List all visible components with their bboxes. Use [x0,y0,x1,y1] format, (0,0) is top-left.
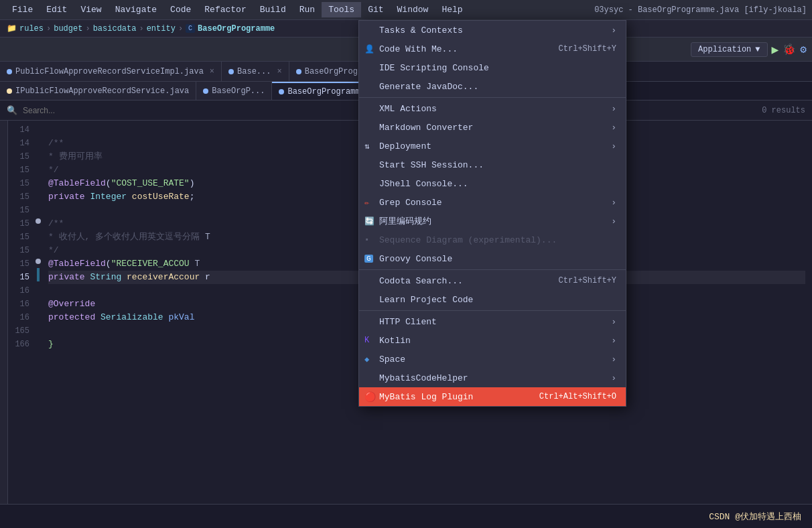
tab-base[interactable]: Base... × [222,62,289,81]
submenu-arrow-6: › [611,141,616,151]
mybatis-log-plugin-label: MyBatis Log Plugin [379,392,473,402]
menu-jshell-console[interactable]: JShell Console... [359,174,626,193]
menu-refactor[interactable]: Refactor [198,2,253,17]
csdn-watermark: CSDN @伏加特遇上西柚 [709,511,801,523]
menu-build[interactable]: Build [253,2,293,17]
menu-code[interactable]: Code [163,2,198,17]
line-num-9: 15 [8,230,29,244]
menu-code-with-me[interactable]: 👤 Code With Me... Ctrl+Shift+Y [359,40,626,58]
menu-mybatis-log-plugin[interactable]: 🔴 MyBatis Log Plugin Ctrl+Alt+Shift+O [359,387,626,406]
menu-ide-scripting[interactable]: IDE Scripting Console [359,58,626,77]
menu-bar: File Edit View Navigate Code Refactor Bu… [0,0,812,20]
ali-coding-label: 阿里编码规约 [379,215,431,227]
tab-dot-1 [7,69,12,74]
line-num-14: 16 [8,298,29,311]
menu-start-ssh[interactable]: Start SSH Session... [359,155,626,174]
menu-groovy-console[interactable]: G Groovy Console [359,249,626,268]
gutter-dot-1 [36,218,41,224]
tab-public-flow[interactable]: PublicFlowApproveRecordServiceImpl.java … [0,62,222,81]
menu-grep-console[interactable]: ✏ Grep Console › [359,193,626,212]
bc-class-icon: C [186,24,195,33]
menu-sequence-diagram: ▪ Sequence Diagram (experimental)... [359,230,626,249]
settings-button[interactable]: ⚙ [800,43,807,56]
mybatis-log-icon: 🔴 [364,391,376,403]
side-panel [0,121,8,504]
xml-actions-label: XML Actions [379,104,437,114]
menu-run[interactable]: Run [293,2,322,17]
line-num-10: 15 [8,244,29,257]
menu-mybatis-helper[interactable]: MybatisCodeHelper › [359,369,626,387]
submenu-arrow-9: › [611,198,616,208]
menu-learn-project[interactable]: Learn Project Code [359,290,626,309]
line-num-12: 15 [8,271,29,284]
tab2-dot-3 [279,89,284,94]
line-num-8: 15 [8,217,29,230]
submenu-arrow-5: › [611,123,616,133]
menu-space[interactable]: ◆ Space › [359,350,626,369]
groovy-icon: G [364,255,373,263]
tools-menu: Tasks & Contexts › 👤 Code With Me... Ctr… [358,20,626,407]
menu-navigate[interactable]: Navigate [109,2,163,17]
menu-generate-javadoc[interactable]: Generate JavaDoc... [359,77,626,96]
tab-dot-3 [296,69,301,74]
codota-search-shortcut: Ctrl+Shift+Y [559,276,616,285]
menu-ali-coding[interactable]: 🔄 阿里编码规约 › [359,212,626,230]
separator-3 [359,310,626,311]
debug-button[interactable]: 🐞 [783,43,796,56]
deployment-icon: ⇅ [364,141,369,151]
search-input[interactable] [23,106,157,115]
gutter [35,121,42,504]
menu-codota-search[interactable]: Codota Search... Ctrl+Shift+Y [359,271,626,290]
jshell-console-label: JShell Console... [379,179,468,189]
window-title: 03ysyc - BaseOrgProgramme.java [ifly-jko… [594,5,807,15]
menu-kotlin[interactable]: K Kotlin › [359,331,626,350]
menu-tools[interactable]: Tools [322,2,361,17]
tab2-dot-2 [203,88,208,94]
bc-rules[interactable]: rules [19,24,44,34]
tab2-iflow[interactable]: IPublicFlowApproveRecordService.java [0,82,196,100]
tab2-orgprogramme[interactable]: BaseOrgProgramme [272,82,372,100]
menu-deployment[interactable]: ⇅ Deployment › [359,137,626,155]
tab2-orgp[interactable]: BaseOrgP... [196,82,272,100]
bc-budget[interactable]: budget [54,24,82,34]
generate-javadoc-label: Generate JavaDoc... [379,82,478,92]
code-with-me-shortcut: Ctrl+Shift+Y [559,44,616,54]
tab-close-1[interactable]: × [210,67,214,76]
menu-xml-actions[interactable]: XML Actions › [359,99,626,118]
groovy-console-label: Groovy Console [379,254,452,264]
bc-icon: 📁 [7,23,17,34]
bc-basicdata[interactable]: basicdata [93,24,137,34]
search-results: 0 results [762,106,805,115]
tab2-dot-1 [7,88,12,94]
submenu-arrow-0: › [611,25,616,36]
kotlin-label: Kotlin [379,336,411,346]
ali-coding-icon: 🔄 [364,216,375,226]
tab-dot-2 [228,69,234,74]
grep-console-label: Grep Console [379,198,442,208]
bc-sep-3: › [139,24,143,34]
mybatis-log-shortcut: Ctrl+Alt+Shift+O [539,392,616,401]
menu-markdown-converter[interactable]: Markdown Converter › [359,118,626,137]
app-selector[interactable]: Application ▼ [691,42,767,57]
tab2-label-2: BaseOrgP... [212,86,265,96]
bc-class-name[interactable]: BaseOrgProgramme [198,24,275,34]
tab-close-2[interactable]: × [277,67,281,76]
bc-sep-2: › [85,24,90,34]
mybatis-helper-label: MybatisCodeHelper [379,373,468,383]
menu-http-client[interactable]: HTTP Client › [359,312,626,331]
menu-view[interactable]: View [74,2,108,17]
start-ssh-label: Start SSH Session... [379,160,484,170]
bc-sep-4: › [178,24,183,34]
menu-edit[interactable]: Edit [40,2,74,17]
menu-file[interactable]: File [5,2,40,17]
menu-window[interactable]: Window [391,2,435,17]
menu-git[interactable]: Git [361,2,390,17]
run-button[interactable]: ▶ [772,42,779,57]
line-num-6: 15 [8,190,29,204]
menu-tasks-contexts[interactable]: Tasks & Contexts › [359,21,626,40]
bc-entity[interactable]: entity [147,24,176,34]
menu-help[interactable]: Help [435,2,469,17]
line-num-16: 165 [8,324,29,338]
code-with-me-label: Code With Me... [379,44,458,54]
line-numbers: 14 14 15 15 15 15 15 15 15 15 15 15 16 1… [8,121,35,504]
